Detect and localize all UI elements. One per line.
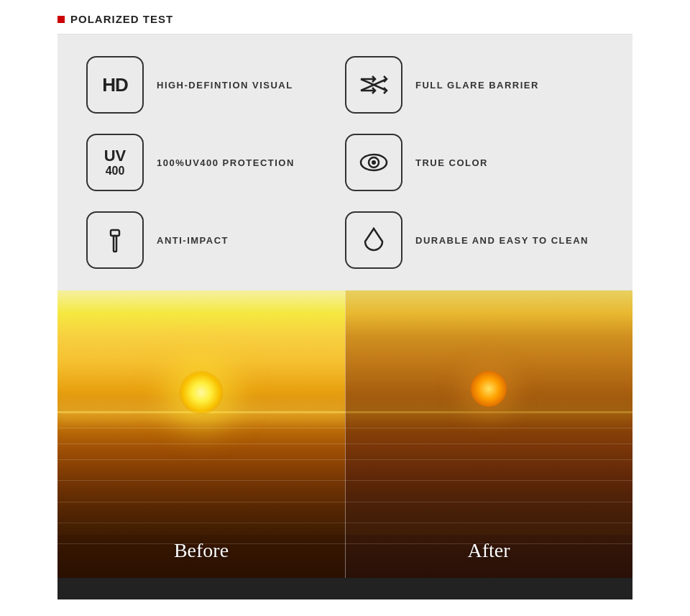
comparison-divider [345,290,346,578]
color-label: TRUE COLOR [415,157,488,168]
hd-label: HIGH-DEFINTION VISUAL [157,80,293,91]
glare-label: FULL GLARE BARRIER [415,80,539,91]
uv-icon: UV 400 [104,147,126,178]
section-header: POLARIZED TEST [58,0,632,35]
svg-rect-8 [114,236,116,252]
page-wrapper: POLARIZED TEST HD HIGH-DEFINTION VISUAL [0,0,690,599]
color-icon-box [345,134,402,191]
sand-after [345,499,632,535]
feature-color: TRUE COLOR [345,134,604,191]
feature-impact: ANTI-IMPACT [86,211,345,269]
section-title: POLARIZED TEST [70,13,173,25]
comparison-area: Before After [58,290,632,578]
impact-icon-box [86,211,144,269]
eye-icon [355,144,392,181]
feature-glare: FULL GLARE BARRIER [345,56,604,114]
hd-icon: HD [102,74,128,96]
before-label: Before [174,539,229,562]
hd-icon-box: HD [86,56,144,114]
sun-glow-after [471,371,507,407]
bottom-strip [58,578,632,599]
clean-icon-box [345,211,402,269]
after-panel: After [345,290,632,578]
impact-label: ANTI-IMPACT [157,235,229,246]
drop-icon [355,221,392,259]
after-label: After [467,539,510,562]
hammer-icon [96,221,134,259]
sun-glow-before [180,371,223,414]
feature-clean: DURABLE AND EASY TO CLEAN [345,211,604,269]
header-square-icon [58,16,65,23]
shuffle-icon [355,66,392,104]
before-panel: Before [58,290,345,578]
clean-label: DURABLE AND EASY TO CLEAN [415,235,589,246]
glare-icon-box [345,56,402,114]
svg-point-6 [372,160,376,165]
uv-icon-box: UV 400 [86,134,144,191]
sand-before [58,499,345,535]
features-grid: HD HIGH-DEFINTION VISUAL [86,56,604,269]
uv-label: 100%UV400 PROTECTION [157,157,295,168]
features-panel: HD HIGH-DEFINTION VISUAL [58,35,632,290]
feature-hd: HD HIGH-DEFINTION VISUAL [86,56,345,114]
feature-uv: UV 400 100%UV400 PROTECTION [86,134,345,191]
